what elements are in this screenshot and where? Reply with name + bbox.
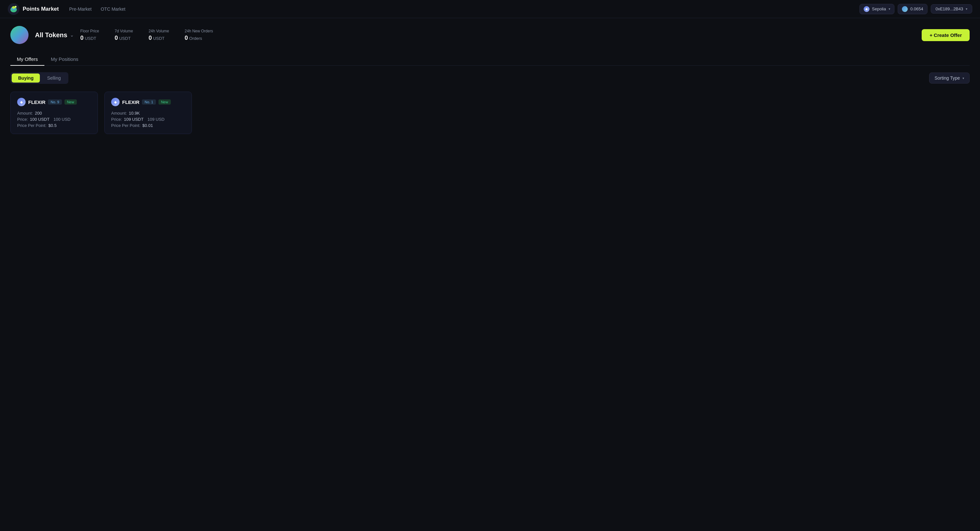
network-chevron-icon: ▾	[889, 7, 890, 11]
card-2-token-name: FLEXIR	[122, 100, 139, 105]
filter-selling-button[interactable]: Selling	[40, 73, 67, 82]
card-1-price-label: Price:	[17, 117, 28, 122]
card-2-badge-status: New	[159, 100, 171, 105]
sorting-type-button[interactable]: Sorting Type ▾	[929, 73, 970, 84]
logo-container: Points Market	[8, 3, 59, 15]
sorting-chevron-icon: ▾	[963, 76, 964, 80]
token-info: All Tokens ⌄ Floor Price 0 USDT 7d Volum…	[10, 26, 213, 44]
balance-button[interactable]: 0.0654	[898, 4, 928, 14]
card-2-ppp-row: Price Per Point: $0.01	[111, 123, 185, 128]
token-selector-label: All Tokens	[35, 32, 67, 39]
card-1-ppp-label: Price Per Point:	[17, 123, 46, 128]
stat-7d-volume-value: 0 USDT	[115, 35, 133, 41]
card-2-amount-value: 10.9K	[129, 111, 140, 116]
create-offer-button[interactable]: + Create Offer	[922, 29, 970, 41]
svg-point-5	[16, 6, 16, 7]
card-2-ppp-label: Price Per Point:	[111, 123, 140, 128]
balance-icon	[902, 6, 908, 12]
sorting-label: Sorting Type	[935, 75, 960, 81]
card-2-price-usd: 109 USD	[148, 117, 165, 122]
card-1-ppp-value: $0.5	[48, 123, 56, 128]
stat-floor-price-value: 0 USDT	[80, 35, 99, 41]
stat-floor-price-label: Floor Price	[80, 29, 99, 33]
wallet-chevron-icon: ▾	[966, 7, 967, 11]
card-1-header: ◆ FLEXIR No. 9 New	[17, 98, 91, 106]
main-content: All Tokens ⌄ Floor Price 0 USDT 7d Volum…	[0, 18, 980, 142]
tab-my-offers[interactable]: My Offers	[10, 53, 45, 66]
card-1-details: Amount: 200 Price: 100 USDT 100 USD Pric…	[17, 111, 91, 128]
nav-links: Pre-Market OTC Market	[69, 6, 125, 12]
token-selector[interactable]: All Tokens ⌄	[35, 32, 74, 39]
stat-24h-volume-label: 24h Volume	[148, 29, 169, 33]
wallet-button[interactable]: 0xE189...2B43 ▾	[931, 4, 972, 14]
card-1-badge-status: New	[65, 100, 77, 105]
stat-24h-orders: 24h New Orders 0 Orders	[185, 29, 213, 41]
card-2-amount-label: Amount:	[111, 111, 127, 116]
brand-logo-icon	[8, 3, 19, 15]
balance-value: 0.0654	[910, 6, 923, 11]
stat-floor-price: Floor Price 0 USDT	[80, 29, 99, 41]
cards-grid: ◆ FLEXIR No. 9 New Amount: 200 Price: 10…	[10, 92, 970, 134]
eth-icon: ◆	[864, 6, 870, 12]
token-avatar	[10, 26, 29, 44]
card-1-badge-no: No. 9	[48, 100, 62, 105]
filter-pills: Buying Selling	[10, 72, 68, 84]
tab-my-positions[interactable]: My Positions	[45, 53, 85, 66]
network-selector-button[interactable]: ◆ Sepolia ▾	[859, 4, 894, 14]
card-1-price-usd: 100 USD	[54, 117, 71, 122]
card-1-amount-row: Amount: 200	[17, 111, 91, 116]
stat-7d-volume: 7d Volume 0 USDT	[115, 29, 133, 41]
card-1-price-usdt: 100 USDT	[30, 117, 49, 122]
card-2-details: Amount: 10.9K Price: 109 USDT 109 USD Pr…	[111, 111, 185, 128]
nav-link-otc-market[interactable]: OTC Market	[101, 6, 126, 12]
card-2-header: ◆ FLEXIR No. 1 New	[111, 98, 185, 106]
tabs-section: My Offers My Positions	[10, 53, 970, 66]
card-2-badge-no: No. 1	[142, 100, 156, 105]
card-1-token-icon: ◆	[17, 98, 25, 106]
card-1-amount-label: Amount:	[17, 111, 33, 116]
stat-24h-orders-label: 24h New Orders	[185, 29, 213, 33]
stat-7d-volume-label: 7d Volume	[115, 29, 133, 33]
card-2-price-label: Price:	[111, 117, 122, 122]
filter-row: Buying Selling Sorting Type ▾	[10, 72, 970, 84]
nav-right: ◆ Sepolia ▾ 0.0654 0xE189...2B43 ▾	[859, 4, 972, 14]
card-2-token-icon: ◆	[111, 98, 119, 106]
header-section: All Tokens ⌄ Floor Price 0 USDT 7d Volum…	[10, 26, 970, 44]
navbar: Points Market Pre-Market OTC Market ◆ Se…	[0, 0, 980, 18]
nav-link-pre-market[interactable]: Pre-Market	[69, 6, 91, 12]
card-1-price-row: Price: 100 USDT 100 USD	[17, 117, 91, 122]
brand-name: Points Market	[23, 6, 59, 12]
stat-24h-volume: 24h Volume 0 USDT	[148, 29, 169, 41]
card-2-price-usdt: 109 USDT	[124, 117, 143, 122]
card-1-ppp-row: Price Per Point: $0.5	[17, 123, 91, 128]
card-1-amount-value: 200	[35, 111, 42, 116]
card-2-price-row: Price: 109 USDT 109 USD	[111, 117, 185, 122]
wallet-address: 0xE189...2B43	[935, 6, 963, 11]
card-1-token-name: FLEXIR	[28, 100, 45, 105]
offer-card-1[interactable]: ◆ FLEXIR No. 9 New Amount: 200 Price: 10…	[10, 92, 98, 134]
stat-24h-volume-value: 0 USDT	[148, 35, 169, 41]
stat-24h-orders-value: 0 Orders	[185, 35, 213, 41]
filter-buying-button[interactable]: Buying	[12, 73, 40, 82]
token-selector-chevron-icon: ⌄	[70, 32, 74, 38]
stats-row: Floor Price 0 USDT 7d Volume 0 USDT 24h …	[80, 29, 213, 41]
card-2-amount-row: Amount: 10.9K	[111, 111, 185, 116]
network-name: Sepolia	[872, 6, 886, 11]
offer-card-2[interactable]: ◆ FLEXIR No. 1 New Amount: 10.9K Price: …	[104, 92, 192, 134]
card-2-ppp-value: $0.01	[142, 123, 153, 128]
